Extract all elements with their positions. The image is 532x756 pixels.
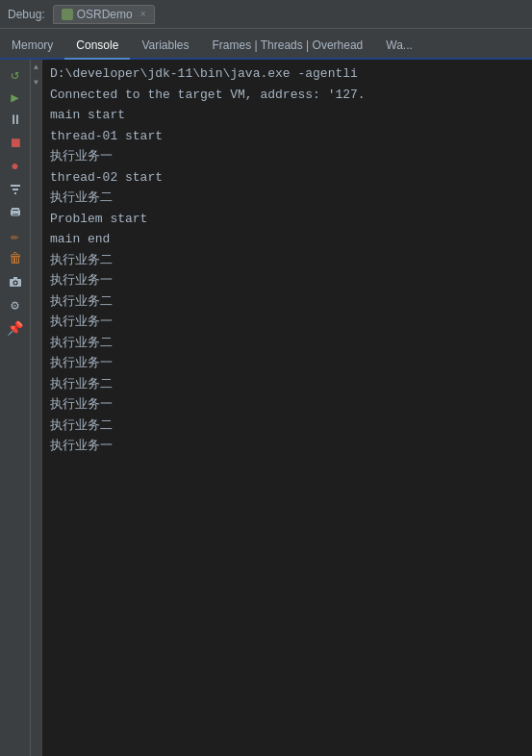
console-line: main end <box>42 229 532 250</box>
tab-close-btn[interactable]: × <box>140 9 146 19</box>
edit-button[interactable]: ✏ <box>5 225 26 246</box>
record-button[interactable]: ● <box>5 156 26 177</box>
file-tab[interactable]: OSRDemo × <box>53 5 155 24</box>
stop-button[interactable]: ⏹ <box>5 133 26 154</box>
svg-rect-1 <box>13 189 18 190</box>
console-line: D:\developer\jdk-11\bin\java.exe -agentl… <box>42 63 532 85</box>
tab-icon <box>62 9 73 20</box>
console-line: thread-01 start <box>42 126 532 147</box>
settings-button[interactable]: ⚙ <box>5 294 26 315</box>
step-into-icon <box>9 183 22 196</box>
tab-wa[interactable]: Wa... <box>374 33 424 60</box>
console-line: 执行业务一 <box>42 146 532 167</box>
console-line: main start <box>42 105 532 126</box>
console-line: 执行业务一 <box>42 394 532 416</box>
svg-rect-0 <box>11 185 20 187</box>
tab-console[interactable]: Console <box>64 33 130 60</box>
console-line: 执行业务二 <box>42 291 532 313</box>
console-line: 执行业务二 <box>42 374 532 395</box>
console-line: 执行业务一 <box>42 270 532 291</box>
rerun-button[interactable]: ↺ <box>5 63 26 85</box>
console-line: 执行业务二 <box>42 250 532 271</box>
resume-button[interactable]: ▶ <box>5 87 26 108</box>
camera-icon <box>9 275 22 289</box>
console-line: 执行业务一 <box>42 353 532 374</box>
pin-button[interactable]: 📌 <box>5 317 26 339</box>
console-line: 执行业务二 <box>42 188 532 209</box>
print-button[interactable] <box>5 202 26 223</box>
console-line: thread-02 start <box>42 167 532 189</box>
main-layout: ↺ ▶ ⏸ ⏹ ● ✏ 🗑 <box>0 60 532 756</box>
svg-rect-5 <box>12 208 19 210</box>
svg-point-10 <box>13 282 16 285</box>
toolbar: ↺ ▶ ⏸ ⏹ ● ✏ 🗑 <box>0 60 31 756</box>
scroll-sidebar: ▲ ▼ <box>31 60 42 756</box>
console-line: 执行业务一 <box>42 436 532 457</box>
screenshot-button[interactable] <box>5 271 26 292</box>
console-line: 执行业务一 <box>42 312 532 333</box>
scroll-up-button[interactable]: ▲ <box>32 62 41 71</box>
console-line: 执行业务二 <box>42 333 532 354</box>
svg-rect-11 <box>13 277 17 280</box>
console-line: 执行业务二 <box>42 416 532 437</box>
svg-rect-2 <box>14 192 16 194</box>
print-icon <box>9 206 22 219</box>
step-into-button[interactable] <box>5 179 26 200</box>
tab-frames[interactable]: Frames | Threads | Overhead <box>201 33 375 60</box>
console-line: Connected to the target VM, address: '12… <box>42 85 532 106</box>
scroll-down-button[interactable]: ▼ <box>32 77 41 87</box>
clear-button[interactable]: 🗑 <box>5 248 26 269</box>
debug-label: Debug: <box>8 8 45 21</box>
top-bar: Debug: OSRDemo × <box>0 0 532 29</box>
tab-name: OSRDemo <box>77 8 133 21</box>
pause-button[interactable]: ⏸ <box>5 110 26 131</box>
console-line: Problem start <box>42 209 532 230</box>
svg-rect-7 <box>12 213 19 216</box>
nav-tabs: Memory Console Variables Frames | Thread… <box>0 29 532 60</box>
tab-variables[interactable]: Variables <box>130 33 200 60</box>
tab-memory[interactable]: Memory <box>0 33 64 60</box>
console-output[interactable]: D:\developer\jdk-11\bin\java.exe -agentl… <box>42 60 532 756</box>
